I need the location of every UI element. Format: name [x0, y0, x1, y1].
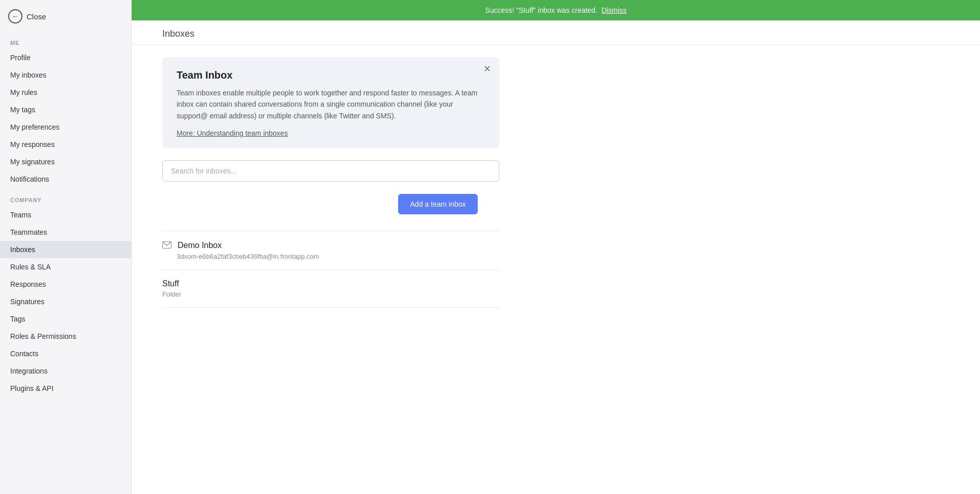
sidebar-item-my-inboxes[interactable]: My inboxes: [0, 66, 131, 84]
sidebar-item-my-preferences[interactable]: My preferences: [0, 118, 131, 136]
inbox-item-header-stuff: Stuff: [162, 279, 499, 288]
search-box: [162, 160, 499, 182]
sidebar-item-contacts[interactable]: Contacts: [0, 345, 131, 362]
info-card-title: Team Inbox: [177, 69, 485, 81]
search-input[interactable]: [162, 160, 499, 182]
sidebar-item-profile[interactable]: Profile: [0, 49, 131, 66]
sidebar: ← Close ME Profile My inboxes My rules M…: [0, 0, 132, 494]
inbox-item-demo: Demo Inbox 3dxom-e6b6a2faf3cbeb436fba@in…: [162, 231, 499, 269]
sidebar-item-roles-permissions[interactable]: Roles & Permissions: [0, 328, 131, 345]
success-banner: Success! "Stuff" inbox was created. Dism…: [132, 0, 980, 20]
email-icon: [162, 241, 172, 251]
inbox-item-header-demo: Demo Inbox: [162, 240, 499, 251]
sidebar-item-teammates[interactable]: Teammates: [0, 224, 131, 241]
sidebar-item-teams[interactable]: Teams: [0, 206, 131, 224]
sidebar-item-tags[interactable]: Tags: [0, 310, 131, 328]
close-label: Close: [27, 12, 46, 21]
sidebar-item-my-tags[interactable]: My tags: [0, 101, 131, 118]
info-card: ✕ Team Inbox Team inboxes enable multipl…: [162, 57, 499, 148]
sidebar-item-inboxes[interactable]: Inboxes: [0, 241, 131, 258]
me-section-label: ME: [0, 31, 131, 49]
dismiss-link[interactable]: Dismiss: [601, 6, 626, 14]
info-card-close-button[interactable]: ✕: [483, 64, 491, 73]
add-team-inbox-button[interactable]: Add a team inbox: [398, 194, 478, 214]
sidebar-item-my-responses[interactable]: My responses: [0, 136, 131, 153]
sidebar-item-my-signatures[interactable]: My signatures: [0, 153, 131, 170]
inbox-name-stuff: Stuff: [162, 279, 179, 288]
info-card-link[interactable]: More: Understanding team inboxes: [177, 129, 288, 137]
inbox-list: Demo Inbox 3dxom-e6b6a2faf3cbeb436fba@in…: [162, 231, 499, 308]
close-circle-icon: ←: [8, 9, 22, 23]
sidebar-item-plugins-api[interactable]: Plugins & API: [0, 380, 131, 397]
close-button[interactable]: ← Close: [0, 0, 131, 31]
page-header: Inboxes: [132, 20, 980, 45]
main-content: Success! "Stuff" inbox was created. Dism…: [132, 0, 980, 494]
sidebar-item-signatures[interactable]: Signatures: [0, 293, 131, 310]
inbox-type-stuff: Folder: [162, 290, 499, 298]
banner-message: Success! "Stuff" inbox was created.: [485, 6, 598, 14]
sidebar-item-notifications[interactable]: Notifications: [0, 170, 131, 188]
sidebar-item-my-rules[interactable]: My rules: [0, 84, 131, 101]
sidebar-item-rules-sla[interactable]: Rules & SLA: [0, 258, 131, 276]
inbox-email-demo: 3dxom-e6b6a2faf3cbeb436fba@in.frontapp.c…: [162, 253, 499, 260]
info-card-body: Team inboxes enable multiple people to w…: [177, 87, 485, 121]
inbox-item-stuff: Stuff Folder: [162, 269, 499, 308]
sidebar-item-responses[interactable]: Responses: [0, 276, 131, 293]
inbox-name-demo: Demo Inbox: [178, 241, 222, 250]
content-area: ✕ Team Inbox Team inboxes enable multipl…: [132, 45, 744, 320]
company-section-label: COMPANY: [0, 188, 131, 206]
sidebar-item-integrations[interactable]: Integrations: [0, 362, 131, 380]
